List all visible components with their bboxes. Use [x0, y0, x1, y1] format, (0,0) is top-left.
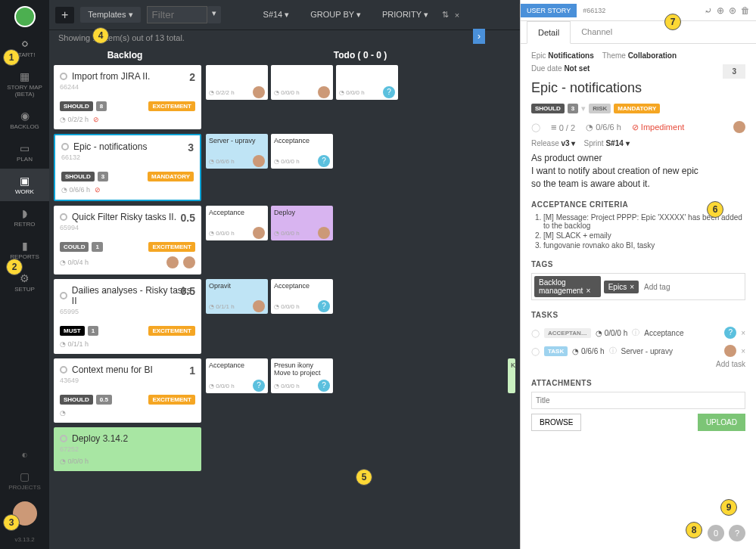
task-card[interactable]: ◔ 0/0/0 h? [336, 65, 398, 100]
task-card[interactable]: Acceptance◔ 0/0/0 h [206, 206, 268, 240]
help-button[interactable]: ? [729, 525, 745, 541]
clear-icon[interactable]: × [455, 11, 459, 20]
tag-item[interactable]: Backlog management× [534, 276, 601, 297]
status-dot-icon[interactable] [61, 143, 69, 150]
task-title: Acceptance [209, 209, 265, 216]
browse-button[interactable]: BROWSE [531, 414, 581, 431]
add-tag-input[interactable] [642, 281, 742, 293]
backlog-card[interactable]: Dailies analyses - Risky tasks II 65995 … [54, 279, 201, 354]
card-title: Deploy 3.14.2 [72, 433, 128, 444]
add-task-link[interactable]: Add task [531, 360, 745, 368]
owner-avatar[interactable] [733, 121, 745, 133]
backlog-card[interactable]: Quick Filter Risky tasks II. 65994 0.5 C… [54, 206, 201, 274]
sprint-value[interactable]: S#14 ▾ [605, 139, 629, 147]
tab-channel[interactable]: Channel [571, 21, 623, 43]
app-logo[interactable] [14, 6, 36, 27]
release-value[interactable]: v3 ▾ [561, 139, 575, 147]
delete-icon[interactable]: 🗑 [741, 5, 750, 16]
detail-task-row[interactable]: ◯ ACCEPTAN… ◔ 0/0/0 h ⓘ Acceptance ? × [531, 324, 745, 342]
task-card[interactable]: ◔ 0/2/2 h [206, 65, 268, 100]
task-card[interactable]: Deploy◔ 0/0/0 h [271, 206, 333, 240]
upload-button[interactable]: UPLOAD [698, 414, 745, 431]
status-dot-icon[interactable] [60, 213, 67, 221]
toolbar: + Templates ▾ ▾ S#14 ▾ GROUP BY ▾ PRIORI… [49, 0, 520, 30]
status-dot-icon[interactable]: ◯ [531, 329, 540, 337]
backlog-card[interactable]: Context menu for BI 43649 1 SHOULD0.5EXC… [54, 358, 201, 423]
detail-panel: USER STORY #66132 ⤾ ⊕ ⊛ 🗑 Detail Channel… [520, 0, 756, 549]
tag-item[interactable]: Epics× [604, 281, 639, 293]
priority-num: 1 [92, 242, 102, 252]
task-card[interactable]: Acceptance◔ 0/0/0 h? [271, 134, 333, 169]
templates-dropdown[interactable]: Templates ▾ [80, 7, 140, 23]
gear-icon: ⚙ [0, 272, 49, 284]
avatar-icon [318, 227, 330, 239]
task-card-peek[interactable]: Klien [508, 358, 515, 393]
expand-icon[interactable]: ⊕ [717, 5, 724, 16]
backlog-card[interactable]: Import from JIRA II. 66244 2 SHOULD8EXCI… [54, 65, 201, 129]
theme-value[interactable]: Collaboration [628, 51, 677, 60]
sort-icon[interactable]: ⇅ [442, 10, 449, 20]
label-badge: MANDATORY [148, 172, 194, 181]
expand-panel-handle[interactable]: › [473, 29, 485, 44]
tag-remove-icon[interactable]: × [630, 283, 634, 291]
task-card[interactable]: Opravit◔ 0/1/1 h [206, 279, 268, 314]
filter-input[interactable] [147, 6, 207, 23]
release-label: Release [531, 139, 559, 147]
story-type-chip: USER STORY [521, 4, 577, 17]
board[interactable]: Import from JIRA II. 66244 2 SHOULD8EXCI… [49, 65, 520, 549]
nav-backlog[interactable]: ◉BACKLOG [0, 104, 49, 136]
nav-storymap[interactable]: ▦STORY MAP (BETA) [0, 64, 49, 104]
nav-retro[interactable]: ◗RETRO [0, 201, 49, 234]
add-button[interactable]: + [55, 7, 74, 23]
task-card[interactable]: Acceptance◔ 0/0/0 h? [206, 358, 268, 393]
refresh-icon[interactable]: ⤾ [705, 5, 712, 16]
tab-detail[interactable]: Detail [527, 21, 571, 44]
card-points: 3 [188, 141, 194, 154]
priority-badge[interactable]: SHOULD [531, 104, 565, 113]
task-remove-icon[interactable]: × [741, 347, 745, 355]
info-icon[interactable]: ⓘ [632, 327, 639, 338]
settings-icon[interactable]: ⊛ [729, 5, 736, 16]
status-dot-icon[interactable] [60, 292, 67, 299]
nav-projects[interactable]: ▢PROJECTS [0, 464, 49, 497]
mandatory-badge[interactable]: MANDATORY [614, 104, 660, 113]
task-time: ◔ 0/0/0 h [274, 158, 300, 165]
impediment-icon: ⊘ [95, 186, 101, 194]
priority-dropdown[interactable]: PRIORITY ▾ [375, 7, 436, 23]
story-title[interactable]: Epic - notifications [531, 80, 745, 96]
impediment-flag[interactable]: ⊘ Impediment [632, 123, 685, 132]
points-value[interactable]: 3 [723, 64, 745, 79]
risk-badge[interactable]: RISK [589, 104, 611, 113]
due-label: Due date [531, 64, 562, 73]
attachment-title-input[interactable] [531, 392, 745, 409]
backlog-card[interactable]: Epic - notifications 66132 3 SHOULD3MAND… [54, 134, 201, 201]
task-card[interactable]: Presun ikony Move to project◔ 0/0/0 h? [271, 358, 333, 393]
groupby-dropdown[interactable]: GROUP BY ▾ [303, 7, 369, 23]
priority-num: 1 [88, 326, 98, 336]
task-remove-icon[interactable]: × [741, 329, 745, 337]
status-dot-icon[interactable]: ◯ [531, 347, 540, 355]
task-card[interactable]: Server - upravy◔ 0/6/6 h [206, 134, 268, 169]
status-dot-icon[interactable] [60, 366, 67, 374]
nav-plan[interactable]: ▭PLAN [0, 136, 49, 169]
epic-value[interactable]: Notifications [548, 51, 594, 60]
story-description[interactable]: As product owner I want to notify about … [531, 152, 745, 190]
due-value[interactable]: Not set [564, 64, 590, 73]
nav-work[interactable]: ▣WORK [0, 169, 49, 201]
task-card[interactable]: Acceptance◔ 0/0/0 h? [271, 279, 333, 314]
filter-dropdown[interactable]: ▾ [207, 6, 221, 23]
time-meta: ◔ 0/2/2 h [60, 116, 89, 123]
avatar-icon [166, 256, 179, 268]
notification-count[interactable]: 0 [708, 525, 724, 541]
status-dot-icon[interactable] [60, 73, 67, 80]
status-dot-icon[interactable] [60, 435, 67, 442]
status-dot-icon[interactable]: ◯ [531, 123, 540, 132]
acceptance-criteria[interactable]: [M] Message: Project PPPP: Epic 'XXXXX' … [531, 213, 745, 250]
info-icon[interactable]: ⓘ [609, 346, 617, 356]
task-card[interactable]: ◔ 0/0/0 h [271, 65, 333, 100]
backlog-card[interactable]: Deploy 3.14.2 67252 ◔ 0/0/0 h [54, 427, 201, 471]
nav-collapse[interactable]: ◐ [0, 445, 49, 464]
detail-task-row[interactable]: ◯ TASK ◔ 0/6/6 h ⓘ Server - upravy × [531, 342, 745, 360]
tag-remove-icon[interactable]: × [586, 287, 590, 295]
sprint-dropdown[interactable]: S#14 ▾ [256, 7, 297, 23]
